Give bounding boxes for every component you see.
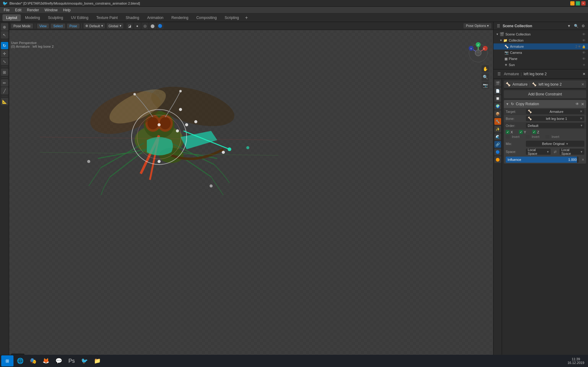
- menu-file[interactable]: File: [1, 7, 12, 13]
- add-bone-constraint-button[interactable]: Add Bone Constraint: [504, 90, 586, 98]
- pose-options-btn[interactable]: Pose Options ▾: [463, 23, 491, 28]
- close-button[interactable]: ✕: [581, 1, 586, 6]
- tab-scripting[interactable]: Scripting: [221, 14, 243, 21]
- outliner-search-icon[interactable]: 🔍: [573, 23, 579, 29]
- zoom-tool-btn[interactable]: 🔍: [482, 73, 489, 81]
- bone-value[interactable]: 🦴 left leg bone 1 ✕: [526, 116, 584, 121]
- props-modifiers-icon[interactable]: 🔧: [494, 118, 501, 125]
- props-world-icon[interactable]: 🌍: [494, 103, 501, 109]
- tab-compositing[interactable]: Compositing: [193, 14, 221, 21]
- constraint-visibility-eye-icon[interactable]: 👁: [575, 102, 579, 106]
- tree-plane[interactable]: ▦ Plane 👁: [493, 56, 588, 62]
- taskbar-explorer[interactable]: 📁: [91, 355, 103, 366]
- z-invert-checkbox[interactable]: [545, 135, 549, 139]
- tab-shading[interactable]: Shading: [122, 14, 143, 21]
- orientation-dropdown[interactable]: ⊕ Default ▾: [84, 23, 105, 28]
- target-clear-icon[interactable]: ✕: [580, 109, 582, 113]
- shading-material[interactable]: ◎: [142, 23, 148, 29]
- props-close-icon[interactable]: ✕: [582, 72, 586, 76]
- constraint-header[interactable]: ▼ ↻ Copy Rotation 👁 ✕: [504, 100, 586, 108]
- influence-x-icon[interactable]: ✕: [582, 158, 584, 162]
- props-object-data-icon[interactable]: 🔵: [494, 149, 501, 155]
- x-invert-checkbox[interactable]: [506, 135, 510, 139]
- maximize-button[interactable]: □: [576, 1, 580, 6]
- props-particles-icon[interactable]: ✨: [494, 126, 501, 132]
- viewport-canvas[interactable]: User Perspective (0) Armature : left leg…: [9, 30, 493, 360]
- start-button[interactable]: ⊞: [1, 355, 13, 366]
- outliner-icon[interactable]: ☰: [495, 23, 501, 29]
- tab-sculpting[interactable]: Sculpting: [44, 14, 67, 21]
- viewport-select-menu[interactable]: Select: [51, 24, 65, 28]
- taskbar-app2[interactable]: 🎭: [27, 355, 39, 366]
- taskbar-photoshop[interactable]: Ps: [65, 355, 78, 366]
- taskbar-blender[interactable]: 🐦: [78, 355, 91, 366]
- influence-slider[interactable]: Influence 1.000: [506, 157, 579, 163]
- select-tool[interactable]: ↖: [1, 31, 8, 39]
- order-dropdown[interactable]: Default ▾: [526, 123, 584, 128]
- shading-rendered[interactable]: ⬤: [149, 23, 156, 29]
- add-tab-button[interactable]: +: [243, 15, 250, 20]
- props-view-layer-icon[interactable]: 🔲: [494, 95, 501, 102]
- props-scene-icon[interactable]: 🎬: [494, 80, 501, 87]
- taskbar-chrome[interactable]: 🌐: [14, 355, 26, 366]
- mix-label: Mix:: [506, 142, 524, 146]
- props-object-icon[interactable]: 📦: [494, 110, 501, 117]
- props-output-icon[interactable]: 📄: [494, 87, 501, 94]
- viewport-pose-menu[interactable]: Pose: [67, 24, 80, 28]
- move-tool[interactable]: ✛: [1, 50, 8, 57]
- tab-modeling[interactable]: Modeling: [21, 14, 44, 21]
- tree-armature[interactable]: 🦴 Armature 2 👁 🔒: [493, 43, 588, 50]
- annotate-line-tool[interactable]: ╱: [1, 87, 8, 95]
- space-from-dropdown[interactable]: Local Space ▾: [526, 149, 551, 155]
- constraint-remove-x-icon[interactable]: ✕: [581, 102, 584, 106]
- menu-help[interactable]: Help: [61, 7, 73, 13]
- outliner-settings-icon[interactable]: ⚙: [580, 23, 586, 29]
- transform-tool[interactable]: ⊞: [1, 69, 8, 76]
- menu-render[interactable]: Render: [24, 7, 41, 13]
- shading-solid[interactable]: ●: [134, 23, 141, 29]
- xray-toggle[interactable]: ◪: [126, 23, 133, 29]
- target-value[interactable]: 🦴 Armature ✕: [526, 109, 584, 114]
- tab-texture-paint[interactable]: Texture Paint: [93, 14, 121, 21]
- camera-view-btn[interactable]: 📷: [482, 82, 489, 89]
- vp-sep-1: [35, 24, 35, 28]
- hand-tool-btn[interactable]: ✋: [482, 65, 489, 72]
- taskbar-skype[interactable]: 💬: [53, 355, 65, 366]
- menu-edit[interactable]: Edit: [13, 7, 24, 13]
- y-checkbox[interactable]: ✓: [519, 130, 523, 134]
- navigation-gizmo[interactable]: X Y Z: [467, 42, 489, 64]
- viewport-mode-selector[interactable]: Pose Mode: [11, 24, 33, 28]
- z-checkbox[interactable]: ✓: [532, 130, 536, 134]
- props-menu-icon[interactable]: ☰: [496, 71, 502, 77]
- menu-window[interactable]: Window: [42, 7, 60, 13]
- tree-sun[interactable]: ☀ Sun ☀: [493, 62, 588, 68]
- mix-dropdown[interactable]: Before Original ▾: [526, 141, 584, 147]
- bone-clear-icon[interactable]: ✕: [580, 117, 582, 120]
- outliner-filter-icon[interactable]: ▼: [566, 23, 572, 29]
- taskbar-firefox[interactable]: 🦊: [40, 355, 52, 366]
- scale-tool[interactable]: ⤡: [1, 58, 8, 65]
- rotate-tool[interactable]: ↻: [1, 42, 8, 49]
- y-invert-checkbox[interactable]: [526, 135, 530, 139]
- x-checkbox[interactable]: ✓: [506, 130, 510, 134]
- tab-rendering[interactable]: Rendering: [168, 14, 192, 21]
- props-material-icon[interactable]: 🟠: [494, 156, 501, 163]
- tab-animation[interactable]: Animation: [143, 14, 167, 21]
- cursor-tool[interactable]: ⊕: [1, 23, 8, 31]
- bone-header-x[interactable]: ✕: [581, 82, 584, 87]
- props-physics-icon[interactable]: 🌊: [494, 133, 501, 140]
- viewport-view-menu[interactable]: View: [37, 24, 49, 28]
- tree-collection[interactable]: ▼ 📁 Collection 👁: [493, 37, 588, 43]
- tab-layout[interactable]: Layout: [2, 14, 21, 21]
- space-to-dropdown[interactable]: Local Space ▾: [560, 149, 584, 155]
- global-dropdown[interactable]: Global ▾: [107, 23, 123, 28]
- tab-uv-editing[interactable]: UV Editing: [67, 14, 92, 21]
- tree-scene-collection[interactable]: ▼ 🎬 Scene Collection 👁: [493, 31, 588, 37]
- shading-eevee[interactable]: 🔵: [157, 23, 164, 29]
- measure-tool[interactable]: 📐: [1, 98, 8, 105]
- props-constraints-icon[interactable]: 🔗: [494, 141, 501, 148]
- viewport[interactable]: Pose Mode View Select Pose ⊕ Default ▾ G…: [9, 22, 493, 360]
- minimize-button[interactable]: −: [570, 1, 575, 6]
- tree-camera[interactable]: 📷 Camera 👁: [493, 50, 588, 56]
- annotate-tool[interactable]: ✏: [1, 79, 8, 87]
